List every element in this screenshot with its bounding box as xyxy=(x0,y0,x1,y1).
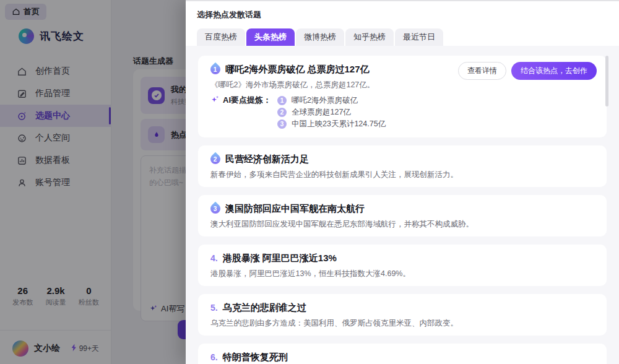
ai-points-label: AI要点提炼： xyxy=(210,95,271,130)
topic-head: 6. 特朗普恢复死刑 xyxy=(210,351,594,363)
ai-points-list: 哪吒2海外票房破亿 全球票房超127亿 中国上映23天累计124.75亿 xyxy=(277,95,386,130)
tab-festivals[interactable]: 最近节日 xyxy=(395,28,443,46)
topic-title: 哪吒2海外票房破亿 总票房过127亿 xyxy=(225,64,370,76)
topic-card[interactable]: 5. 乌克兰的悲剧谁之过 乌克兰的悲剧由多方造成：美国利用、俄罗斯占领克里米亚、… xyxy=(198,294,607,336)
topic-desc: 乌克兰的悲剧由多方造成：美国利用、俄罗斯占领克里米亚、内部政变。 xyxy=(210,318,594,328)
rank-badge: 2 xyxy=(209,152,223,167)
topic-desc: 港股暴涨，阿里巴巴涨近13%，恒生科技指数大涨4.69%。 xyxy=(210,269,594,279)
create-button[interactable]: 结合该热点，去创作 xyxy=(511,62,597,80)
sparkle-icon xyxy=(210,95,220,107)
topic-title: 澳国防部回应中国军舰在南太航行 xyxy=(225,203,365,215)
ai-point-item: 哪吒2海外票房破亿 xyxy=(277,95,386,106)
ai-points-block: AI要点提炼： 哪吒2海外票房破亿 全球票房超127亿 中国上映23天累计124… xyxy=(210,95,594,130)
rank-number: 5. xyxy=(210,303,218,313)
topic-desc: 新春伊始，多项来自民营企业的科技创新成果引人关注，展现创新活力。 xyxy=(210,170,594,180)
topic-title: 特朗普恢复死刑 xyxy=(223,352,288,363)
rank-badge: 3 xyxy=(209,202,223,216)
ai-point-item: 全球票房超127亿 xyxy=(277,106,386,118)
topics-list: 1 哪吒2海外票房破亿 总票房过127亿 查看详情 结合该热点，去创作 《哪吒2… xyxy=(186,46,619,364)
topic-title: 民营经济创新活力足 xyxy=(225,154,309,165)
scrollbar-thumb[interactable] xyxy=(605,56,608,106)
rank-number: 4. xyxy=(210,253,218,263)
hot-list-tabs: 百度热榜 头条热榜 微博热榜 知乎热榜 最近节日 xyxy=(197,28,619,46)
topic-desc: 《哪吒2》海外市场票房破亿，总票房超127亿。 xyxy=(210,80,594,90)
topic-card[interactable]: 2 民营经济创新活力足 新春伊始，多项来自民营企业的科技创新成果引人关注，展现创… xyxy=(198,145,607,187)
topic-head: 4. 港股暴涨 阿里巴巴涨近13% xyxy=(210,252,594,264)
topic-head: 5. 乌克兰的悲剧谁之过 xyxy=(210,301,594,314)
tab-weibo[interactable]: 微博热榜 xyxy=(296,28,344,46)
topic-head: 2 民营经济创新活力足 xyxy=(210,153,594,165)
topic-actions: 查看详情 结合该热点，去创作 xyxy=(458,62,597,80)
topic-head: 3 澳国防部回应中国军舰在南太航行 xyxy=(210,202,594,215)
topic-card[interactable]: 4. 港股暴涨 阿里巴巴涨近13% 港股暴涨，阿里巴巴涨近13%，恒生科技指数大… xyxy=(198,245,607,286)
tab-baidu[interactable]: 百度热榜 xyxy=(197,28,245,46)
topic-desc: 澳大利亚国防部回应发现中国军舰在悉尼东部海域航行，并称其不构成威胁。 xyxy=(210,219,594,229)
topic-card[interactable]: 1 哪吒2海外票房破亿 总票房过127亿 查看详情 结合该热点，去创作 《哪吒2… xyxy=(198,56,607,137)
topic-title: 乌克兰的悲剧谁之过 xyxy=(223,302,306,314)
tab-zhihu[interactable]: 知乎热榜 xyxy=(345,28,394,46)
detail-button[interactable]: 查看详情 xyxy=(458,62,506,80)
tab-toutiao[interactable]: 头条热榜 xyxy=(246,28,295,46)
hot-topics-drawer: 选择热点发散话题 百度热榜 头条热榜 微博热榜 知乎热榜 最近节日 1 哪吒2海… xyxy=(186,0,619,364)
screen: 首页 讯飞绘文 创作首页 作品管理 xyxy=(0,0,619,364)
rank-number: 6. xyxy=(210,352,218,362)
topic-title: 港股暴涨 阿里巴巴涨近13% xyxy=(223,253,337,264)
rank-badge: 1 xyxy=(209,63,223,77)
ai-point-item: 中国上映23天累计124.75亿 xyxy=(277,118,386,129)
topic-card[interactable]: 6. 特朗普恢复死刑 xyxy=(198,344,607,364)
drawer-title: 选择热点发散话题 xyxy=(186,1,619,20)
topic-card[interactable]: 3 澳国防部回应中国军舰在南太航行 澳大利亚国防部回应发现中国军舰在悉尼东部海域… xyxy=(198,195,607,236)
